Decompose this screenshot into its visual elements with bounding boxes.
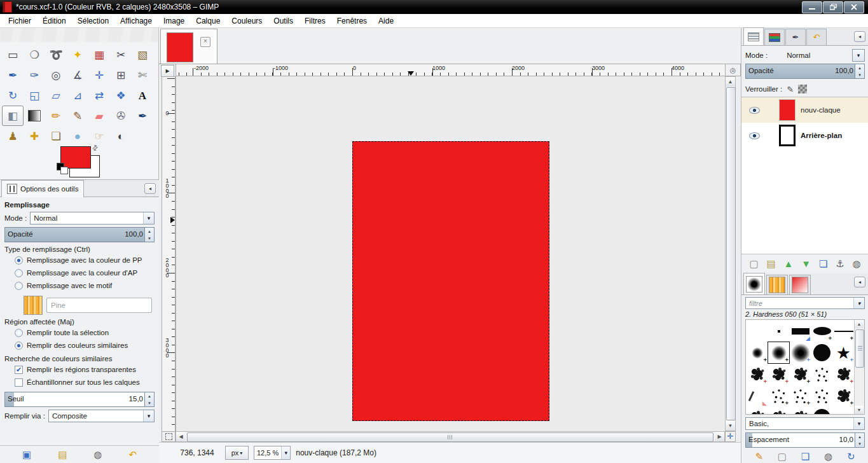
menu-image[interactable]: Image xyxy=(158,15,190,27)
scroll-down-icon[interactable]: ▼ xyxy=(726,421,735,431)
layer-row-arriere-plan[interactable]: Arrière-plan xyxy=(741,123,868,148)
menu-fichier[interactable]: Fichier xyxy=(3,15,37,27)
tool-rectangle-select[interactable]: ▭ xyxy=(2,45,24,65)
brush-cell-20[interactable] xyxy=(747,407,768,415)
visibility-eye-icon[interactable] xyxy=(749,132,760,139)
checkbox-icon[interactable] xyxy=(15,366,23,374)
horizontal-scroll-thumb[interactable] xyxy=(187,432,713,442)
tool-measure[interactable]: ∡ xyxy=(67,65,88,85)
brush-cell-22[interactable] xyxy=(790,407,811,415)
brush-cell-6[interactable]: + xyxy=(768,342,789,363)
brush-cell-15[interactable]: ◣ xyxy=(747,385,768,406)
menu-calque[interactable]: Calque xyxy=(190,15,226,27)
brush-cell-8[interactable] xyxy=(811,342,832,363)
lower-layer-button[interactable]: ▼ xyxy=(801,259,811,268)
tab-gradients[interactable] xyxy=(789,275,811,294)
brush-cell-2[interactable]: ◢ xyxy=(790,321,811,342)
brush-scrollbar[interactable]: ▲ ▼ xyxy=(854,320,864,414)
brush-cell-18[interactable] xyxy=(811,385,832,406)
brush-cell-10[interactable]: + xyxy=(747,364,768,385)
layer-opacity-slider[interactable]: Opacité 100,0 xyxy=(745,64,865,79)
tool-flip[interactable]: ⇄ xyxy=(88,85,110,106)
scroll-up-icon[interactable]: ▲ xyxy=(726,77,735,86)
tab-brushes[interactable] xyxy=(743,273,765,294)
image-tab[interactable]: × xyxy=(160,29,217,64)
tool-dodge-burn[interactable]: ◐ xyxy=(110,126,132,146)
tool-shear[interactable]: ▱ xyxy=(45,85,67,106)
pattern-swatch[interactable] xyxy=(24,296,43,315)
radio-icon[interactable] xyxy=(15,282,23,290)
zoom-select[interactable]: 12,5 % xyxy=(254,446,291,460)
image-tab-close-icon[interactable]: × xyxy=(200,37,210,47)
brush-cell-11[interactable]: + xyxy=(768,364,789,385)
tool-clone[interactable]: ♟ xyxy=(2,126,24,146)
layer-row-nouv-claque[interactable]: nouv-claque xyxy=(741,97,868,123)
tool-scissors-select[interactable]: ✂ xyxy=(110,45,132,65)
tab-tool-options[interactable]: Options des outils xyxy=(1,180,84,197)
ruler-menu-button[interactable]: ▶ xyxy=(161,65,174,77)
quick-mask-toggle[interactable] xyxy=(162,431,176,442)
brush-cell-14[interactable]: + xyxy=(833,364,854,385)
tool-smudge[interactable]: ☞ xyxy=(88,126,110,146)
radio-icon[interactable] xyxy=(15,269,23,277)
horizontal-ruler[interactable]: -2000-100001000200030004000 xyxy=(176,64,725,76)
radio-icon[interactable] xyxy=(15,256,23,265)
tool-bucket-fill[interactable]: ◧ xyxy=(2,106,24,126)
scroll-up-icon[interactable]: ▲ xyxy=(855,320,864,328)
delete-brush-button[interactable]: ◍ xyxy=(824,452,832,461)
tool-align[interactable]: ⊞ xyxy=(110,65,132,85)
tool-airbrush[interactable]: ✇ xyxy=(110,106,132,126)
menu-aide[interactable]: Aide xyxy=(373,15,399,27)
tool-free-select[interactable]: ➰ xyxy=(45,45,67,65)
brush-cell-1[interactable] xyxy=(768,321,789,342)
scroll-left-icon[interactable]: ◀ xyxy=(176,432,186,441)
spacing-slider[interactable]: Espacement 10,0 xyxy=(745,432,865,448)
navigation-button[interactable]: ✛ xyxy=(725,431,736,442)
brush-category-select[interactable]: Basic, xyxy=(745,417,865,430)
option-remplir-les-regions-transparentes[interactable]: Remplir les régions transparentes xyxy=(4,363,155,376)
edit-brush-button[interactable]: ✎ xyxy=(755,452,763,461)
opacity-spinner[interactable] xyxy=(144,228,154,242)
radio-icon[interactable] xyxy=(15,342,23,350)
tool-blur-sharpen[interactable]: ● xyxy=(67,126,88,146)
brush-cell-5[interactable]: + xyxy=(747,342,768,363)
tool-zoom[interactable]: ◎ xyxy=(45,65,67,85)
menu-outils[interactable]: Outils xyxy=(268,15,299,27)
scroll-right-icon[interactable]: ▶ xyxy=(715,432,724,441)
threshold-slider[interactable]: Seuil 15,0 xyxy=(4,392,155,407)
tool-paths[interactable]: ✒ xyxy=(2,65,24,85)
tool-crop[interactable]: ✄ xyxy=(132,65,153,85)
tool-color-picker[interactable]: ✑ xyxy=(24,65,45,85)
brush-cell-19[interactable]: + xyxy=(833,385,854,406)
zoom-follow-window-button[interactable]: ◎ xyxy=(725,64,741,76)
duplicate-brush-button[interactable]: ❏ xyxy=(801,452,809,461)
new-layer-group-button[interactable]: ▤ xyxy=(766,259,775,268)
layer-mode-select[interactable]: ▾ xyxy=(852,49,865,62)
option-echantillonner-sur-tous-les-calques[interactable]: Échantillonner sur tous les calques xyxy=(4,376,155,389)
minimize-button[interactable] xyxy=(802,1,822,13)
new-brush-button[interactable]: ▢ xyxy=(778,452,787,461)
brush-filter-input[interactable]: filtre xyxy=(745,297,865,309)
menu-edition[interactable]: Édition xyxy=(37,15,72,27)
tool-ink[interactable]: ✒ xyxy=(132,106,153,126)
menu-affichage[interactable]: Affichage xyxy=(114,15,158,27)
radio-icon[interactable] xyxy=(15,329,23,337)
option-remplir-toute-la-selection[interactable]: Remplir toute la sélection xyxy=(4,326,155,339)
tool-fuzzy-select[interactable]: ✦ xyxy=(67,45,88,65)
option-remplissage-avec-la-couleur-d-ap[interactable]: Remplissage avec la couleur d'AP xyxy=(4,266,155,279)
brush-scroll-thumb[interactable] xyxy=(855,329,864,368)
brush-cell-3[interactable]: + xyxy=(811,321,832,342)
tab-undo-history[interactable]: ↶ xyxy=(806,29,827,45)
menu-filtres[interactable]: Filtres xyxy=(299,15,331,27)
menu-selection[interactable]: Sélection xyxy=(72,15,114,27)
visibility-eye-icon[interactable] xyxy=(749,107,760,114)
dock-collapse-button[interactable]: ◂ xyxy=(854,31,865,42)
option-remplissage-avec-le-motif[interactable]: Remplissage avec le motif xyxy=(4,279,155,292)
save-tool-options-button[interactable]: ▣ xyxy=(22,450,31,459)
raise-layer-button[interactable]: ▲ xyxy=(783,259,793,268)
brush-cell-21[interactable] xyxy=(768,407,789,415)
delete-layer-button[interactable]: ◍ xyxy=(852,259,860,268)
dock-collapse-button[interactable]: ◂ xyxy=(144,183,156,194)
brush-cell-23[interactable] xyxy=(811,407,832,415)
tab-paths[interactable]: ✒ xyxy=(785,29,806,45)
